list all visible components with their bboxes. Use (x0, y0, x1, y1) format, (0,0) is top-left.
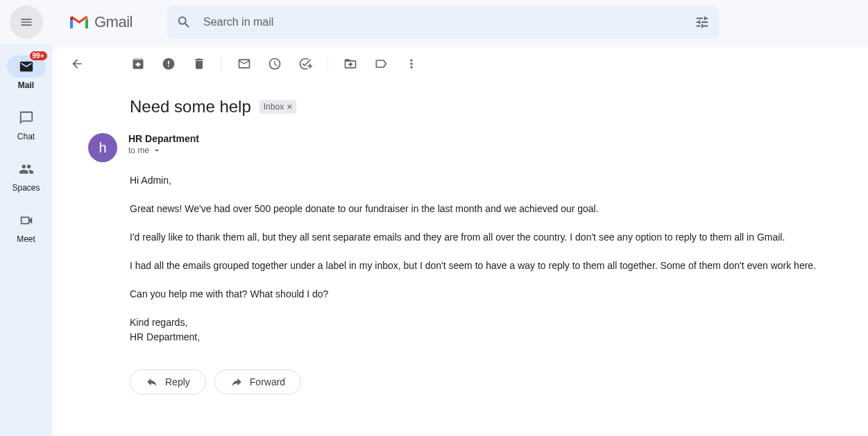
nav-meet[interactable]: Meet (0, 204, 52, 250)
recipient-line[interactable]: to me (128, 146, 832, 155)
nav-chat[interactable]: Chat (0, 101, 52, 147)
delete-icon (192, 57, 206, 71)
sender-info: HR Department to me (128, 133, 832, 155)
mail-badge: 99+ (30, 51, 47, 60)
arrow-back-icon (70, 57, 84, 71)
email-signoff: Kind regards, (130, 315, 832, 330)
email-toolbar (52, 47, 868, 80)
reply-icon (146, 376, 158, 388)
gmail-logo[interactable]: Gmail (68, 13, 133, 31)
sender-row: h HR Department to me (88, 133, 832, 162)
chat-icon (19, 110, 34, 125)
email-greeting: Hi Admin, (130, 173, 832, 188)
mark-unread-icon (237, 57, 251, 71)
nav-mail-label: Mail (18, 80, 34, 90)
left-nav: 99+ Mail Chat Spaces Meet (0, 44, 52, 436)
search-input[interactable] (203, 16, 694, 28)
recipient-text: to me (128, 146, 149, 155)
search-bar[interactable] (167, 6, 719, 39)
spam-button[interactable] (155, 50, 182, 78)
hamburger-icon (19, 15, 33, 29)
label-chip[interactable]: Inbox × (259, 100, 297, 114)
email-p2: I'd really like to thank them all, but t… (130, 230, 832, 245)
more-vert-icon (405, 57, 418, 71)
gmail-icon (68, 14, 90, 30)
label-icon (374, 57, 388, 71)
sender-name[interactable]: HR Department (128, 133, 832, 144)
chevron-down-icon (152, 146, 162, 155)
gmail-text: Gmail (94, 13, 133, 31)
delete-button[interactable] (185, 50, 213, 78)
top-bar: Gmail (0, 0, 868, 44)
main-area: 99+ Mail Chat Spaces Meet (0, 44, 868, 436)
email-body: Hi Admin, Great news! We've had over 500… (88, 173, 832, 345)
snooze-icon (268, 57, 282, 71)
email-subject: Need some help (130, 97, 251, 116)
action-buttons: Reply Forward (88, 369, 832, 394)
spaces-icon (19, 162, 34, 177)
report-spam-icon (162, 57, 176, 71)
archive-icon (131, 57, 145, 71)
meet-icon (19, 213, 34, 228)
archive-button[interactable] (124, 50, 152, 78)
search-options-icon[interactable] (694, 14, 710, 30)
nav-mail[interactable]: 99+ Mail (0, 50, 52, 96)
forward-icon (230, 376, 243, 388)
search-icon[interactable] (176, 14, 192, 30)
main-menu-button[interactable] (10, 6, 43, 39)
email-p4: Can you help me with that? What should I… (130, 287, 832, 302)
email-content: Need some help Inbox × h HR Department t… (52, 80, 868, 411)
back-button[interactable] (63, 50, 91, 78)
add-task-icon (298, 57, 312, 71)
nav-spaces[interactable]: Spaces (0, 152, 52, 198)
email-p3: I had all the emails grouped together un… (130, 259, 832, 273)
email-signature: HR Department, (130, 330, 832, 345)
label-remove-icon[interactable]: × (287, 101, 292, 112)
avatar-initial: h (99, 140, 106, 156)
labels-button[interactable] (367, 50, 395, 78)
add-task-button[interactable] (291, 50, 319, 78)
content-area: Need some help Inbox × h HR Department t… (52, 47, 868, 436)
toolbar-divider (221, 57, 222, 71)
forward-label: Forward (250, 376, 285, 387)
more-button[interactable] (398, 50, 425, 78)
reply-label: Reply (165, 376, 190, 387)
email-header: Need some help Inbox × (88, 97, 832, 116)
mail-icon (19, 59, 34, 74)
move-to-icon (343, 57, 357, 71)
label-text: Inbox (264, 102, 284, 112)
email-p1: Great news! We've had over 500 people do… (130, 202, 832, 216)
forward-button[interactable]: Forward (214, 369, 301, 394)
snooze-button[interactable] (261, 50, 289, 78)
nav-meet-label: Meet (17, 234, 35, 244)
toolbar-divider (327, 57, 328, 71)
move-to-button[interactable] (337, 50, 364, 78)
sender-avatar[interactable]: h (88, 133, 117, 162)
nav-spaces-label: Spaces (12, 183, 40, 193)
mark-unread-button[interactable] (230, 50, 258, 78)
reply-button[interactable]: Reply (130, 369, 206, 394)
nav-chat-label: Chat (17, 132, 35, 141)
